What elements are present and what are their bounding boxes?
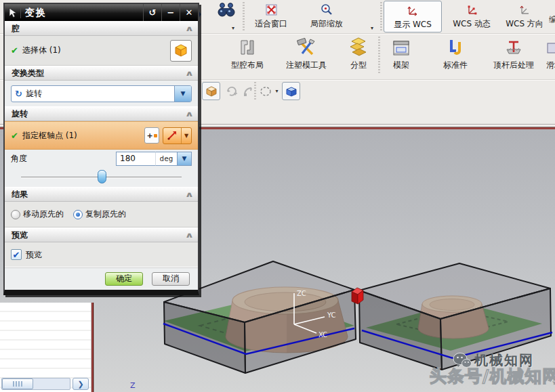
angle-spinner-button[interactable]: ▼: [178, 152, 192, 166]
cancel-button[interactable]: 取消: [152, 272, 190, 286]
parting-label: 分型: [350, 60, 367, 71]
section-cavity-label: 腔: [12, 23, 20, 35]
shaded-cube-button[interactable]: [202, 82, 220, 100]
navigator-panel: ❯: [0, 303, 91, 392]
copy-original-option[interactable]: 复制原先的: [73, 209, 126, 220]
rotate-point-button[interactable]: [222, 82, 241, 100]
dialog-title: 变换: [21, 7, 143, 19]
mold-base-icon: [392, 35, 411, 57]
zoom-button[interactable]: 局部缩放: [300, 1, 353, 32]
standard-parts-icon: [447, 35, 464, 57]
wcs-orientation-label: WCS 方向: [506, 18, 543, 30]
collapse-chevron-icon[interactable]: ∧: [185, 110, 194, 118]
copy-original-label: 复制原先的: [85, 209, 126, 220]
standard-parts-label: 标准件: [443, 60, 468, 71]
dialog-close-button[interactable]: ✕: [180, 4, 198, 21]
toolbar-separator: [380, 2, 382, 32]
specify-pivot-row[interactable]: ✔ 指定枢轴点 (1) + ▼: [5, 121, 198, 150]
slider-thumb[interactable]: [98, 170, 106, 183]
clipped-toolbar-label: 编: [549, 14, 555, 26]
preview-checkbox[interactable]: ✔: [11, 249, 22, 260]
open-box-icon: [285, 85, 298, 97]
lasso-dropdown-icon[interactable]: ▾: [275, 88, 278, 94]
collapse-chevron-icon[interactable]: ∧: [185, 24, 194, 33]
spinner-arrow-icon: ▼: [182, 155, 187, 162]
radio-unselected-icon[interactable]: [11, 210, 20, 219]
wcs-dynamics-label: WCS 动态: [453, 18, 491, 30]
angle-row: 角度 180 deg ▼: [5, 150, 198, 167]
angle-input[interactable]: 180: [116, 152, 155, 166]
rotate-point-icon: [226, 85, 238, 97]
point-dot-icon: [154, 134, 157, 137]
radio-selected-icon[interactable]: [73, 210, 83, 219]
point-dialog-button[interactable]: +: [144, 127, 159, 144]
transform-type-value: 旋转: [26, 88, 174, 100]
show-wcs-button[interactable]: 显示 WCS: [384, 1, 442, 32]
scrollbar-thumb[interactable]: [2, 378, 33, 389]
dropdown-arrow-icon: ▼: [181, 90, 186, 97]
toolbar-separator: [378, 37, 380, 74]
dialog-titlebar[interactable]: 变换 ↺ − ✕: [5, 4, 198, 21]
collapse-chevron-icon[interactable]: ∧: [185, 190, 194, 199]
slider-lifter-button[interactable]: 滑块: [546, 35, 555, 77]
vector-dropdown-icon[interactable]: ▼: [181, 128, 191, 144]
specify-pivot-label: 指定枢轴点 (1): [22, 130, 77, 141]
angle-label: 角度: [11, 153, 27, 165]
move-original-label: 移动原先的: [23, 209, 64, 220]
section-header-preview: 预览 ∧: [5, 227, 198, 242]
section-header-rotate: 旋转 ∧: [5, 106, 198, 121]
view-axis-z-label: Z: [130, 381, 136, 390]
fit-window-button[interactable]: 适合窗口: [245, 1, 297, 32]
dropdown-arrow-button[interactable]: ▼: [174, 86, 191, 102]
slider-lifter-label: 滑块: [546, 60, 555, 71]
vector-arrow-icon: [163, 128, 181, 144]
panel-next-button[interactable]: ❯: [73, 378, 89, 390]
lasso-selection-button[interactable]: ▾: [257, 82, 281, 100]
scrollbar-grip-icon: [13, 381, 22, 387]
mold-tools-button[interactable]: 注塑模工具: [276, 35, 337, 77]
parting-button[interactable]: 分型: [338, 35, 379, 77]
wcs-zc-label: ZC: [297, 290, 306, 297]
green-check-icon: ✔: [11, 45, 18, 56]
zoom-dropdown-icon[interactable]: ▾: [371, 25, 373, 31]
hammer-wrench-icon: [296, 35, 316, 57]
binoculars-icon: [216, 2, 237, 17]
dialog-minimize-button[interactable]: −: [161, 4, 180, 21]
slider-lifter-icon: [546, 35, 555, 57]
ejector-post-button[interactable]: 顶杆后处理: [482, 35, 545, 77]
wcs-yc-label: YC: [327, 311, 336, 319]
collapse-chevron-icon[interactable]: ∧: [185, 69, 194, 78]
ejector-pin-icon: [504, 35, 523, 57]
mold-base-label: 模架: [393, 60, 409, 71]
section-header-cavity: 腔 ∧: [5, 21, 198, 36]
select-body-button[interactable]: [170, 40, 192, 62]
dialog-footer: 确定 取消: [5, 267, 198, 290]
pivot-marker-cube[interactable]: [352, 288, 363, 304]
transform-type-row: ↻ 旋转 ▼: [5, 81, 198, 106]
panel-next-icon: ❯: [77, 380, 83, 389]
cavity-layout-button[interactable]: 型腔布局: [219, 35, 276, 77]
find-button[interactable]: [213, 1, 239, 32]
horizontal-scrollbar[interactable]: [1, 378, 70, 390]
shaded-cube-icon: [205, 85, 218, 97]
cavity-layout-label: 型腔布局: [231, 60, 264, 71]
mold-base-button[interactable]: 模架: [382, 35, 420, 77]
wcs-dynamics-button[interactable]: WCS 动态: [445, 1, 499, 32]
vector-constructor-button[interactable]: ▼: [163, 127, 192, 144]
transform-type-dropdown[interactable]: ↻ 旋转 ▼: [11, 85, 192, 102]
select-body-row[interactable]: ✔ 选择体 (1): [5, 36, 198, 66]
section-preview-label: 预览: [12, 230, 28, 241]
magnifier-icon: [321, 2, 333, 17]
panel-viewport-divider[interactable]: [91, 303, 95, 392]
ok-button[interactable]: 确定: [105, 272, 143, 286]
toolbar-separator: [254, 82, 256, 100]
standard-parts-button[interactable]: 标准件: [430, 35, 481, 77]
collapse-chevron-icon[interactable]: ∧: [185, 231, 194, 240]
wcs-orientation-button[interactable]: WCS 方向: [501, 1, 548, 32]
move-original-option[interactable]: 移动原先的: [11, 209, 64, 220]
bounded-box-button[interactable]: [282, 82, 300, 100]
clipped-toolbar-button[interactable]: 编: [549, 1, 555, 32]
dialog-reset-button[interactable]: ↺: [143, 4, 161, 21]
ejector-post-label: 顶杆后处理: [493, 60, 534, 71]
find-dropdown-icon[interactable]: ▾: [232, 25, 234, 31]
